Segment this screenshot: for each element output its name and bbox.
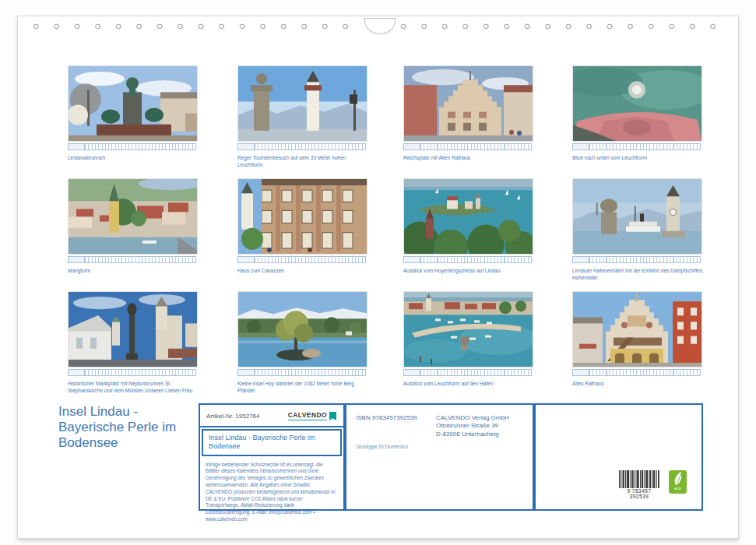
calendar-thumbnail-photo (403, 65, 533, 142)
calendar-month-cell: Blick nach unten vom Leuchtturm (572, 65, 703, 162)
mini-calendar-month-label (573, 144, 589, 149)
mini-calendar-days (255, 370, 365, 375)
mini-calendar-days (420, 257, 531, 262)
hanger-hole (364, 18, 396, 34)
calendar-thumbnail-photo (68, 291, 198, 367)
mini-calendar-month-label (69, 370, 85, 375)
calendar-thumbnail-photo (68, 65, 198, 142)
thumbnail-caption: Ausblick vom Hoyerbergschloss auf Lindau (403, 268, 537, 275)
photo-hafeneinfahrt (573, 179, 701, 254)
info-box: Artikel-Nr. 1952764 CALVENDO Insel Linda… (199, 403, 345, 511)
spiral-binding-rings (393, 22, 726, 31)
barcode-number: 9 783457 392539 (619, 488, 659, 499)
thumbnail-caption: Lindauer Hafeneinfahrt mit der Einfahrt … (572, 268, 706, 282)
calendar-month-cell: Kleine Insel Hoy dahinter der 1062 Meter… (237, 291, 368, 395)
mini-calendar-month-label (404, 257, 420, 262)
photo-hafen-ausblick (404, 292, 533, 367)
article-row: Artikel-Nr. 1952764 CALVENDO (200, 405, 343, 427)
calendar-month-cell: Lindaviabrunnen (68, 65, 199, 162)
calendar-thumbnail-photo (403, 178, 533, 255)
calendar-thumbnail-photo (572, 291, 702, 367)
eco-label: eco (669, 487, 687, 491)
mini-calendar-strip (572, 369, 701, 376)
product-title: Insel Lindau - Bayerische Perle im Boden… (202, 429, 342, 456)
mini-calendar-month-label (404, 144, 420, 149)
mini-calendar-strip (68, 369, 196, 376)
calendar-month-cell: Lindauer Hafeneinfahrt mit der Einfahrt … (572, 178, 703, 282)
publisher-box: ISBN 9783457392539 CALVENDO Verlag GmbH … (345, 403, 534, 511)
mini-calendar-month-label (238, 370, 255, 375)
mini-calendar-strip (572, 256, 701, 263)
thumbnail-caption: Haus zum Cavazzen (237, 268, 371, 275)
mini-calendar-strip (237, 256, 366, 263)
mini-calendar-strip (68, 143, 196, 150)
calendar-thumbnail-photo (237, 65, 367, 142)
mini-calendar-strip (237, 143, 366, 150)
thumbnail-caption: Historischer Marktplatz mit Neptunbrunne… (68, 381, 202, 395)
thumbnail-caption: Reichsplatz mit Alten Rathaus (403, 155, 537, 162)
mini-calendar-month-label (69, 144, 85, 149)
calendar-thumbnail-photo (237, 291, 367, 367)
article-number: Artikel-Nr. 1952764 (206, 411, 259, 420)
calendar-month-cell: Reichsplatz mit Alten Rathaus (403, 65, 534, 162)
photo-blick-nach-unten (573, 66, 701, 141)
photo-altes-rathaus (573, 292, 701, 367)
spiral-binding-rings (26, 22, 360, 31)
mini-calendar-month-label (573, 257, 589, 262)
calendar-month-cell: Mangturm (68, 178, 199, 275)
photo-lindaviabrunnen (69, 66, 197, 141)
mini-calendar-days (255, 144, 365, 149)
calendar-thumbnail-photo (572, 65, 702, 142)
mini-calendar-strip (68, 256, 196, 263)
calendar-month-cell: Ausblick vom Hoyerbergschloss auf Lindau (403, 178, 534, 275)
barcode: 9 783457 392539 (619, 470, 659, 499)
mini-calendar-strip (572, 143, 701, 150)
photo-insel-hoy (238, 292, 367, 367)
photographer-name: Giuseppe Di Domenico (356, 444, 408, 449)
legal-text: Infolge bestehender Schutzrechte ist es … (200, 458, 343, 527)
eco-leaf-icon (669, 470, 687, 487)
thumbnail-caption: Lindaviabrunnen (68, 155, 202, 162)
photo-leuchtturm (238, 66, 367, 141)
thumbnail-caption: Reger Touristenbesuch auf dem 33 Meter h… (237, 155, 371, 169)
thumbnail-caption: Altes Rathaus (572, 381, 706, 388)
calvendo-logo-text: CALVENDO (288, 411, 327, 420)
thumbnail-caption: Blick nach unten vom Leuchtturm (572, 155, 706, 162)
photo-reichsplatz (404, 66, 533, 141)
photo-mangturm (69, 179, 197, 254)
calendar-thumbnail-photo (403, 291, 533, 367)
mini-calendar-strip (403, 143, 532, 150)
mini-calendar-days (589, 370, 700, 375)
mini-calendar-days (85, 370, 195, 375)
mini-calendar-days (589, 257, 700, 262)
eco-logo-icon: eco (669, 470, 687, 494)
mini-calendar-month-label (69, 257, 85, 262)
photo-hoyerbergschloss-ausblick (404, 179, 533, 254)
calendar-back-page: Lindaviabrunnen Reger Touristenbe (17, 16, 739, 539)
mini-calendar-days (255, 257, 365, 262)
barcode-bars-icon (619, 470, 659, 488)
calendar-month-cell: Reger Touristenbesuch auf dem 33 Meter h… (237, 65, 368, 169)
isbn-number: ISBN 9783457392539 (356, 414, 417, 421)
mini-calendar-strip (403, 369, 532, 376)
calvendo-logo: CALVENDO (288, 411, 337, 421)
mini-calendar-strip (237, 369, 366, 376)
mini-calendar-days (85, 144, 195, 149)
calendar-title: Insel Lindau - Bayerische Perle im Boden… (58, 404, 199, 451)
mini-calendar-days (420, 144, 531, 149)
mini-calendar-month-label (404, 370, 420, 375)
mini-calendar-month-label (238, 257, 255, 262)
mini-calendar-month-label (573, 370, 589, 375)
mini-calendar-month-label (238, 144, 255, 149)
calendar-thumbnail-photo (572, 178, 702, 255)
calendar-month-cell: Ausblick vom Leuchtturm auf den Hafen (403, 291, 534, 388)
thumbnail-caption: Kleine Insel Hoy dahinter der 1062 Meter… (237, 381, 371, 395)
mini-calendar-strip (403, 256, 532, 263)
calendar-month-cell: Haus zum Cavazzen (237, 178, 368, 275)
calendar-thumbnail-photo (68, 178, 198, 255)
publisher-address: CALVENDO Verlag GmbH Ottobrunner Straße … (436, 414, 509, 438)
thumbnail-caption: Ausblick vom Leuchtturm auf den Hafen (403, 381, 537, 388)
photo-marktplatz (69, 292, 197, 367)
mini-calendar-days (589, 144, 700, 149)
calvendo-bookmark-icon (329, 411, 337, 421)
